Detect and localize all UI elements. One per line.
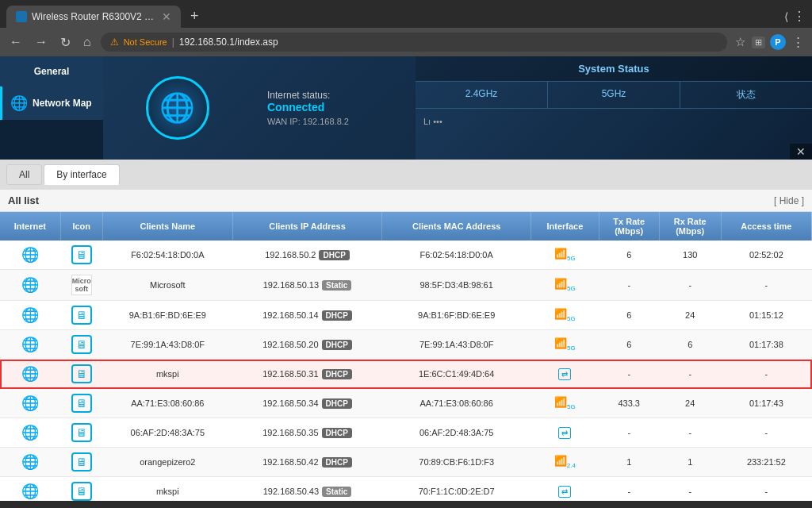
cell-icon: 🖥 — [60, 241, 102, 270]
globe-icon: 🌐 — [146, 76, 209, 140]
tab-close-button[interactable]: ✕ — [162, 10, 171, 23]
address-bar[interactable]: ⚠ Not Secure | 192.168.50.1/index.asp — [101, 33, 727, 52]
cell-rx-rate: - — [659, 418, 721, 448]
reload-button[interactable]: ↻ — [57, 33, 74, 52]
table-row[interactable]: 🌐🖥AA:71:E3:08:60:86192.168.50.34DHCPAA:7… — [0, 389, 812, 418]
globe-icon: 🌐 — [21, 247, 39, 263]
table-row[interactable]: 🌐🖥orangepizero2192.168.50.42DHCP70:89:CB… — [0, 448, 812, 477]
cell-client-name: Microsoft — [102, 270, 232, 301]
system-status-panel: System Status 2.4GHz 5GHz 状态 Lı ••• — [416, 56, 812, 160]
cell-mac: F6:02:54:18:D0:0A — [382, 241, 531, 270]
cell-client-name: 06:AF:2D:48:3A:75 — [102, 418, 232, 448]
cell-tx-rate: 433.3 — [599, 389, 659, 418]
cell-client-name: F6:02:54:18:D0:0A — [102, 241, 232, 270]
cell-tx-rate: - — [599, 360, 659, 389]
tab-5ghz[interactable]: 5GHz — [548, 82, 680, 108]
cell-tx-rate: 6 — [599, 301, 659, 330]
monitor-icon: 🖥 — [71, 335, 92, 354]
table-row[interactable]: 🌐🖥F6:02:54:18:D0:0A192.168.50.2DHCPF6:02… — [0, 241, 812, 270]
close-button[interactable]: ✕ — [790, 144, 812, 160]
more-menu-icon[interactable]: ⋮ — [791, 33, 806, 51]
active-tab[interactable]: Wireless Router R6300V2 - Ne... ✕ — [6, 6, 181, 28]
extensions-icon[interactable]: ⊞ — [752, 37, 765, 48]
signal-5g-icon: 📶5G — [554, 278, 576, 290]
globe-icon: 🌐 — [21, 307, 39, 323]
clients-table-container: All list [ Hide ] Internet Icon Clients … — [0, 190, 812, 501]
cell-access-time: - — [721, 360, 811, 389]
cell-mac: 70:89:CB:F6:1D:F3 — [382, 448, 531, 477]
col-access-time: Access time — [721, 212, 811, 241]
col-clients-mac: Clients MAC Address — [382, 212, 531, 241]
status-detail: Lı ••• — [416, 109, 812, 134]
cell-internet: 🌐 — [0, 448, 60, 477]
table-row[interactable]: 🌐🖥mkspi192.168.50.31DHCP1E:6C:C1:49:4D:6… — [0, 360, 812, 389]
col-clients-ip: Clients IP Address — [232, 212, 381, 241]
eth-icon: ⇄ — [558, 427, 571, 439]
globe-icon: 🌐 — [21, 366, 39, 382]
cell-ip: 192.168.50.13Static — [232, 270, 381, 301]
cell-tx-rate: - — [599, 270, 659, 301]
cell-icon: 🖥 — [60, 389, 102, 418]
cell-internet: 🌐 — [0, 418, 60, 448]
cell-client-name: orangepizero2 — [102, 448, 232, 477]
view-tabs: All By interface — [0, 160, 812, 190]
cell-rx-rate: 24 — [659, 301, 721, 330]
globe-icon: 🌐 — [21, 454, 39, 470]
tab-status[interactable]: 状态 — [680, 82, 812, 108]
table-row[interactable]: 🌐🖥7E:99:1A:43:D8:0F192.168.50.20DHCP7E:9… — [0, 330, 812, 360]
star-icon[interactable]: ☆ — [733, 33, 747, 51]
table-row[interactable]: 🌐🖥9A:B1:6F:BD:6E:E9192.168.50.14DHCP9A:B… — [0, 301, 812, 330]
cell-icon: 🖥 — [60, 330, 102, 360]
cell-ip: 192.168.50.14DHCP — [232, 301, 381, 330]
cell-client-name: mkspi — [102, 477, 232, 502]
tab-bar: Wireless Router R6300V2 - Ne... ✕ + ⟨ ⋮ — [0, 0, 812, 28]
signal-5g-icon: 📶5G — [554, 308, 576, 320]
cell-internet: 🌐 — [0, 241, 60, 270]
new-tab-button[interactable]: + — [184, 5, 205, 28]
all-list-header: All list [ Hide ] — [0, 190, 812, 212]
sidebar-item-network-map[interactable]: 🌐 Network Map — [0, 87, 103, 120]
cell-ip: 192.168.50.42DHCP — [232, 448, 381, 477]
cell-mac: 7E:99:1A:43:D8:0F — [382, 330, 531, 360]
cell-access-time: 01:17:38 — [721, 330, 811, 360]
home-button[interactable]: ⌂ — [80, 33, 94, 51]
router-ui: General 🌐 Network Map 🌐 Internet status:… — [0, 56, 812, 501]
table-row[interactable]: 🌐🖥06:AF:2D:48:3A:75192.168.50.35DHCP06:A… — [0, 418, 812, 448]
cell-client-name: AA:71:E3:08:60:86 — [102, 389, 232, 418]
nav-bar: ← → ↻ ⌂ ⚠ Not Secure | 192.168.50.1/inde… — [0, 28, 812, 56]
cell-interface: 📶5G — [531, 389, 599, 418]
cell-client-name: mkspi — [102, 360, 232, 389]
cell-mac: 98:5F:D3:4B:98:61 — [382, 270, 531, 301]
col-tx-rate: Tx Rate(Mbps) — [599, 212, 659, 241]
cell-mac: 9A:B1:6F:BD:6E:E9 — [382, 301, 531, 330]
forward-button[interactable]: → — [32, 33, 51, 51]
cell-client-name: 7E:99:1A:43:D8:0F — [102, 330, 232, 360]
cell-internet: 🌐 — [0, 301, 60, 330]
browser-toolbar: ☆ ⊞ P ⋮ — [733, 33, 806, 51]
minimize-icon: ⟨ — [784, 10, 788, 23]
cell-ip: 192.168.50.34DHCP — [232, 389, 381, 418]
cell-rx-rate: 6 — [659, 330, 721, 360]
tab-by-interface[interactable]: By interface — [44, 164, 119, 185]
table-row[interactable]: 🌐MicrosoftMicrosoft192.168.50.13Static98… — [0, 270, 812, 301]
profile-icon[interactable]: P — [770, 34, 786, 50]
cell-access-time: 02:52:02 — [721, 241, 811, 270]
tab-2.4ghz[interactable]: 2.4GHz — [416, 82, 548, 108]
back-button[interactable]: ← — [6, 33, 25, 51]
cell-rx-rate: 130 — [659, 241, 721, 270]
cell-access-time: 233:21:52 — [721, 448, 811, 477]
cell-ip: 192.168.50.20DHCP — [232, 330, 381, 360]
cell-internet: 🌐 — [0, 330, 60, 360]
hide-button[interactable]: [ Hide ] — [774, 195, 804, 206]
ip-type-badge: DHCP — [322, 428, 352, 438]
eth-icon: ⇄ — [558, 486, 571, 498]
tab-all[interactable]: All — [6, 164, 42, 185]
header-center: 🌐 — [103, 56, 251, 160]
cell-internet: 🌐 — [0, 389, 60, 418]
table-row[interactable]: 🌐🖥mkspi192.168.50.43Static70:F1:1C:0D:2E… — [0, 477, 812, 502]
network-map-icon: 🌐 — [10, 94, 28, 112]
sidebar-item-general[interactable]: General — [0, 56, 103, 87]
more-options-icon[interactable]: ⋮ — [793, 9, 806, 24]
microsoft-icon: Microsoft — [71, 275, 92, 295]
signal-2.4g-icon: 📶2.4 — [554, 455, 576, 467]
